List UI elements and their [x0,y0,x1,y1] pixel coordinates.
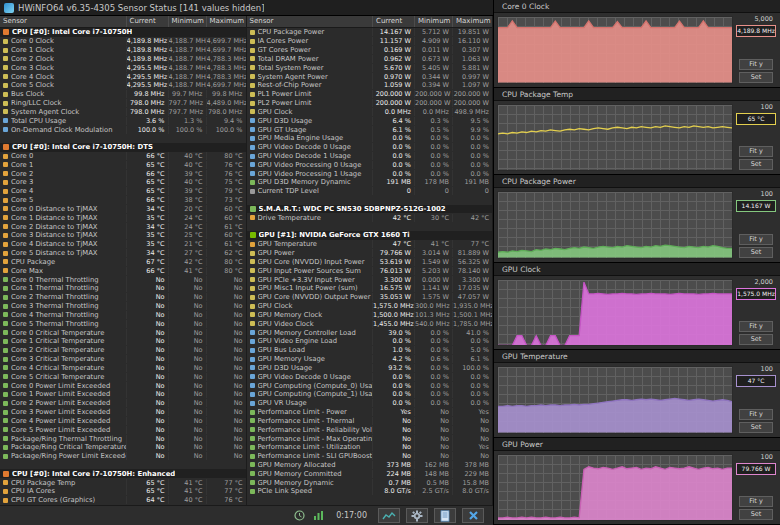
graph-log-icon[interactable] [312,509,325,522]
section-header-row[interactable]: CPU [#0]: Intel Core i7-10750H: Enhanced [0,469,246,478]
sensor-row[interactable]: Performance Limit - SLI GPUBoost SyncNoN… [247,452,493,461]
sensor-row[interactable]: GPU Core (NVVDD) Output Power35.053 W1.5… [247,293,493,302]
sensor-row[interactable]: Ring/LLC Clock798.0 MHz797.7 MHz4,489.0 … [0,99,246,108]
fit-y-button[interactable]: Fit y [739,409,773,420]
sensor-row[interactable]: Core 0 Power Limit ExceededNoNoNo [0,381,246,390]
sensor-row[interactable]: GPU Video Decode 1 Usage0.0 %0.0 %0.0 % [247,152,493,161]
sensor-row[interactable]: IA Cores Power11.157 W4.909 W16.110 W [247,37,493,46]
graph-plot[interactable] [497,279,733,347]
sensor-row[interactable]: GPU Memory Controller Load39.0 %0.0 %41.… [247,328,493,337]
section-header-row[interactable]: GPU [#1]: NVIDIA GeForce GTX 1660 Ti [247,231,493,240]
sensor-row[interactable]: Performance Limit - PowerYesNoYes [247,408,493,417]
sensor-row[interactable]: Package/Ring Thermal ThrottlingNoNoNo [0,434,246,443]
sensor-row[interactable]: Core 4 Power Limit ExceededNoNoNo [0,416,246,425]
sensor-row[interactable]: GPU Clock1,575.0 MHz300.0 MHz1,935.0 MHz [247,302,493,311]
sensor-row[interactable]: Core 0 Clock4,189.8 MHz4,188.7 MHz4,699.… [0,37,246,46]
sensor-row[interactable]: Core 2 Critical TemperatureNoNoNo [0,346,246,355]
graph-window-titlebar[interactable]: CPU Package Temp [494,88,780,101]
sensor-row[interactable]: Core Max66 °C41 °C80 °C [0,266,246,275]
sensor-row[interactable]: Core 0 Thermal ThrottlingNoNoNo [0,275,246,284]
sensor-row[interactable]: Core 0 Critical TemperatureNoNoNo [0,328,246,337]
show-graphs-button[interactable] [378,508,400,523]
sensor-row[interactable]: GPU Video Decode 0 Usage0.0 %0.0 %0.0 % [247,372,493,381]
sensor-row[interactable]: GPU Video Clock1,455.0 MHz540.0 MHz1,785… [247,319,493,328]
sensor-row[interactable]: On-Demand Clock Modulation100.0 %100.0 %… [0,125,246,134]
sensor-row[interactable]: System Agent Power0.970 W0.344 W0.997 W [247,72,493,81]
sensor-row[interactable]: GPU Video Processing 0 Usage0.0 %0.0 %0.… [247,160,493,169]
sensor-row[interactable]: CPU GT Cores (Graphics)64 °C40 °C76 °C [0,496,246,505]
graph-window-titlebar[interactable]: CPU Package Power [494,175,780,188]
sensor-row[interactable]: Core 5 Thermal ThrottlingNoNoNo [0,319,246,328]
sensor-row[interactable]: PL2 Power Limit200.000 W200.000 W200.000… [247,99,493,108]
sensor-row[interactable]: CPU Package Power14.167 W5.712 W19.851 W [247,28,493,37]
sensor-row[interactable]: Core 5 Clock4,295.5 MHz4,188.7 MHz4,699.… [0,81,246,90]
sensor-row[interactable]: GPU D3D Usage93.2 %0.0 %100.0 % [247,363,493,372]
sensor-row[interactable]: Core 365 °C40 °C75 °C [0,178,246,187]
sensor-row[interactable]: Core 1 Power Limit ExceededNoNoNo [0,390,246,399]
sensor-row[interactable]: CPU Package Temp65 °C41 °C77 °C [0,478,246,487]
sensor-row[interactable]: Core 1 Distance to TjMAX35 °C24 °C60 °C [0,213,246,222]
settings-button[interactable] [406,508,428,523]
sensor-row[interactable]: Core 4 Critical TemperatureNoNoNo [0,363,246,372]
reset-clock-icon[interactable] [293,509,306,522]
sensor-row[interactable]: GPU D3D Memory Dynamic191 MB178 MB191 MB [247,178,493,187]
sensor-row[interactable]: GPU Clock0.0 MHz0.0 MHz498.9 MHz [247,107,493,116]
sensor-row[interactable]: PCIe Link Speed8.0 GT/s2.5 GT/s8.0 GT/s [247,487,493,496]
sensor-row[interactable]: GPU Core (NVVDD) Input Power53.619 W1.54… [247,258,493,267]
column-header-minimum[interactable]: Minimum [414,16,452,27]
sensor-row[interactable]: GPU VR Usage0.0 %0.0 %0.0 % [247,399,493,408]
sensor-row[interactable]: Core 5 Critical TemperatureNoNoNo [0,372,246,381]
sensor-row[interactable]: GPU D3D Usage6.4 %0.3 %9.5 % [247,116,493,125]
sensor-row[interactable]: Total System Power5.670 W5.405 W5.881 W [247,63,493,72]
sensor-row[interactable]: GPU Bus Load1.0 %0.0 %5.0 % [247,346,493,355]
sensor-row[interactable]: Core 4 Thermal ThrottlingNoNoNo [0,311,246,320]
sensor-row[interactable]: Performance Limit - Max Operating Voltag… [247,434,493,443]
sensor-row[interactable]: GPU Input Power Sources Sum76.013 W5.203… [247,266,493,275]
sensor-row[interactable]: Core 4 Clock4,295.5 MHz4,188.7 MHz4,788.… [0,72,246,81]
sensor-row[interactable]: GPU Memory Clock1,500.0 MHz101.3 MHz1,50… [247,311,493,320]
titlebar[interactable]: HWiNFO64 v6.35-4305 Sensor Status [141 v… [0,0,493,16]
sensor-row[interactable]: Rest-of-Chip Power1.059 W0.394 W1.097 W [247,81,493,90]
sensor-row[interactable]: Performance Limit - UtilizationNoNoYes [247,443,493,452]
sensor-row[interactable]: Core 066 °C40 °C80 °C [0,152,246,161]
sensor-row[interactable]: GPU Temperature47 °C41 °C77 °C [247,240,493,249]
sensor-row[interactable]: Core 3 Critical TemperatureNoNoNo [0,355,246,364]
sensor-row[interactable]: GPU Video Processing 1 Usage0.0 %0.0 %0.… [247,169,493,178]
sensor-row[interactable]: Bus Clock99.8 MHz99.7 MHz99.8 MHz [0,90,246,99]
sensor-row[interactable]: GPU Computing (Compute_0) Usage0.0 %0.0 … [247,381,493,390]
sensor-row[interactable]: Core 2 Clock4,189.8 MHz4,188.7 MHz4,788.… [0,54,246,63]
column-header-maximum[interactable]: Maximum [206,16,246,27]
sensor-row[interactable]: Core 1 Critical TemperatureNoNoNo [0,337,246,346]
sensor-row[interactable]: GPU Memory Usage4.2 %0.6 %6.1 % [247,355,493,364]
sensor-row[interactable]: Core 0 Distance to TjMAX34 °C20 °C60 °C [0,205,246,214]
sensor-row[interactable]: Core 3 Clock4,295.5 MHz4,188.7 MHz4,788.… [0,63,246,72]
sensor-row[interactable]: Core 3 Thermal ThrottlingNoNoNo [0,302,246,311]
sensor-row[interactable]: GPU Memory Allocated373 MB162 MB378 MB [247,461,493,470]
close-button[interactable] [462,508,484,523]
column-header-sensor[interactable]: Sensor [0,16,126,27]
sensor-row[interactable]: Core 5 Power Limit ExceededNoNoNo [0,425,246,434]
sensor-row[interactable]: CPU Package67 °C42 °C80 °C [0,258,246,267]
graph-plot[interactable] [497,104,733,172]
sensor-row[interactable]: Package/Ring Critical TemperatureNoNoNo [0,443,246,452]
sensor-row[interactable]: Total CPU Usage3.6 %1.3 %9.4 % [0,116,246,125]
sensor-row[interactable]: Total DRAM Power0.962 W0.673 W1.063 W [247,54,493,63]
sensor-row[interactable]: Performance Limit - Reliability VoltageN… [247,425,493,434]
sensor-row[interactable]: Core 266 °C39 °C76 °C [0,169,246,178]
graph-window-titlebar[interactable]: Core 0 Clock [494,0,780,13]
section-header-row[interactable]: CPU [#0]: Intel Core i7-10750H: DTS [0,143,246,152]
sensor-row[interactable]: Core 465 °C39 °C79 °C [0,187,246,196]
sensor-row[interactable]: GPU Computing (Compute_1) Usage0.0 %0.0 … [247,390,493,399]
sensor-row[interactable]: Core 566 °C38 °C73 °C [0,196,246,205]
set-button[interactable]: Set [739,422,773,433]
fit-y-button[interactable]: Fit y [739,59,773,70]
sensor-row[interactable]: GPU Power79.766 W3.014 W81.889 W [247,249,493,258]
sensor-row[interactable]: Core 3 Distance to TjMAX35 °C25 °C60 °C [0,231,246,240]
sensor-row[interactable]: Core 4 Distance to TjMAX35 °C21 °C61 °C [0,240,246,249]
sensor-row[interactable]: CPU IA Cores65 °C41 °C77 °C [0,487,246,496]
graph-plot[interactable] [497,366,733,434]
sensor-row[interactable]: GPU Media Engine Usage0.0 %0.0 %0.0 % [247,134,493,143]
column-header-minimum[interactable]: Minimum [168,16,206,27]
sensor-row[interactable]: GPU Misc1 Input Power (sum)16.575 W1.141… [247,284,493,293]
fit-y-button[interactable]: Fit y [739,146,773,157]
